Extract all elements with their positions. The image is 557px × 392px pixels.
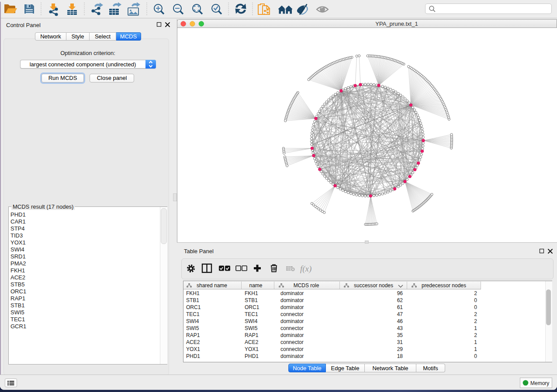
svg-text:f(x): f(x) [300,264,311,274]
